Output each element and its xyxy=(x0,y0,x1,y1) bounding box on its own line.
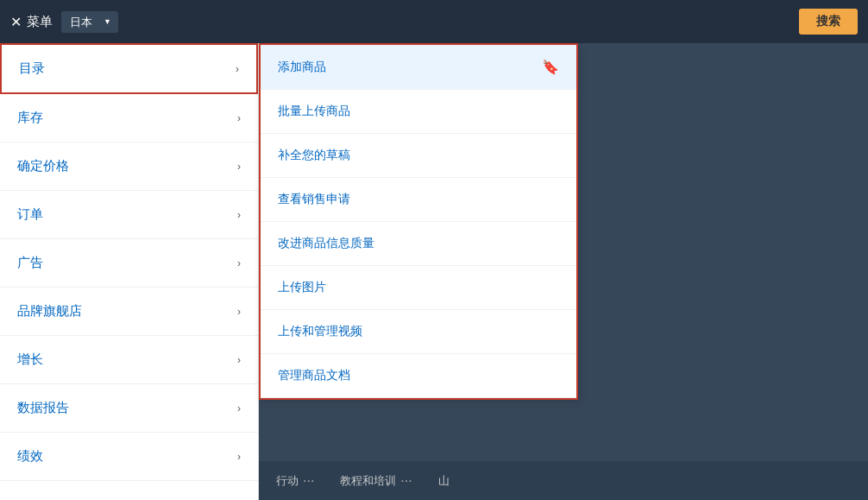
language-select[interactable]: 日本 xyxy=(61,11,118,33)
language-selector-wrapper: 日本 xyxy=(61,11,118,33)
sidebar-item-orders[interactable]: 订单 › xyxy=(0,191,258,239)
submenu-item-label-add-product: 添加商品 xyxy=(278,60,326,75)
chevron-right-icon: › xyxy=(237,306,241,318)
close-icon: ✕ xyxy=(10,14,22,30)
sidebar-item-label-brand: 品牌旗舰店 xyxy=(17,303,82,320)
submenu-item-label-manage-docs: 管理商品文档 xyxy=(278,368,350,383)
sidebar-item-pricing[interactable]: 确定价格 › xyxy=(0,142,258,191)
footer-item-more[interactable]: 山 xyxy=(438,473,450,489)
submenu-item-label-improve-quality: 改进商品信息质量 xyxy=(278,236,374,251)
footer-bar: 行动 ··· 教程和培训 ··· 山 xyxy=(259,461,868,500)
sidebar-item-performance[interactable]: 绩效 › xyxy=(0,433,258,481)
submenu-item-label-complete-draft: 补全您的草稿 xyxy=(278,148,350,163)
topbar-left: ✕ 菜单 日本 xyxy=(10,11,790,33)
menu-label: 菜单 xyxy=(27,14,53,30)
submenu-item-add-product[interactable]: 添加商品 🔖 xyxy=(261,45,576,90)
footer-item-actions[interactable]: 行动 ··· xyxy=(276,473,314,489)
footer-actions-label: 行动 xyxy=(276,473,299,489)
topbar: ✕ 菜单 日本 搜索 xyxy=(0,0,868,43)
main-area: 目录 › 库存 › 确定价格 › 订单 › 广告 › 品牌旗舰店 › 增长 › xyxy=(0,43,868,500)
submenu-item-label-upload-images: 上传图片 xyxy=(278,280,326,295)
sidebar-item-label-ads: 广告 xyxy=(17,255,43,271)
chevron-right-icon: › xyxy=(237,402,241,415)
sidebar-item-growth[interactable]: 增长 › xyxy=(0,336,258,384)
search-button[interactable]: 搜索 xyxy=(799,9,858,35)
sidebar-item-catalog[interactable]: 目录 › xyxy=(0,43,258,94)
sidebar-item-label-catalog: 目录 xyxy=(19,60,45,77)
chevron-right-icon: › xyxy=(237,112,241,124)
sidebar-item-label-performance: 绩效 xyxy=(17,448,43,465)
footer-item-tutorials[interactable]: 教程和培训 ··· xyxy=(340,473,412,489)
chevron-right-icon: › xyxy=(237,451,241,463)
chevron-right-icon: › xyxy=(237,354,241,366)
chevron-right-icon: › xyxy=(236,63,239,75)
footer-tutorials-label: 教程和培训 xyxy=(340,473,396,489)
submenu-item-label-manage-videos: 上传和管理视频 xyxy=(278,324,362,339)
sidebar-item-ads[interactable]: 广告 › xyxy=(0,239,258,288)
chevron-right-icon: › xyxy=(237,209,241,221)
submenu-item-complete-draft[interactable]: 补全您的草稿 xyxy=(261,134,576,178)
submenu-item-bulk-upload[interactable]: 批量上传商品 xyxy=(261,90,576,134)
submenu-item-manage-videos[interactable]: 上传和管理视频 xyxy=(261,310,576,354)
footer-actions-dots: ··· xyxy=(303,473,314,489)
menu-close-button[interactable]: ✕ 菜单 xyxy=(10,14,53,30)
submenu-panel: 添加商品 🔖 批量上传商品 补全您的草稿 查看销售申请 改进商品信息质量 上传图… xyxy=(259,43,578,400)
chevron-right-icon: › xyxy=(237,161,241,173)
sidebar-item-brand[interactable]: 品牌旗舰店 › xyxy=(0,288,258,336)
sidebar-item-inventory[interactable]: 库存 › xyxy=(0,94,258,142)
chevron-right-icon: › xyxy=(237,257,241,269)
sidebar-item-label-growth: 增长 xyxy=(17,351,43,368)
sidebar-item-label-reports: 数据报告 xyxy=(17,400,69,416)
sidebar-item-label-orders: 订单 xyxy=(17,206,43,223)
bookmark-icon: 🔖 xyxy=(542,59,559,75)
submenu-item-improve-quality[interactable]: 改进商品信息质量 xyxy=(261,222,576,266)
submenu-item-manage-docs[interactable]: 管理商品文档 xyxy=(261,354,576,398)
submenu-item-label-view-sales: 查看销售申请 xyxy=(278,192,350,207)
submenu-item-view-sales[interactable]: 查看销售申请 xyxy=(261,178,576,222)
submenu-item-upload-images[interactable]: 上传图片 xyxy=(261,266,576,310)
sidebar: 目录 › 库存 › 确定价格 › 订单 › 广告 › 品牌旗舰店 › 增长 › xyxy=(0,43,259,500)
sidebar-item-label-inventory: 库存 xyxy=(17,110,43,126)
footer-more-label: 山 xyxy=(438,473,450,489)
sidebar-item-label-pricing: 确定价格 xyxy=(17,158,69,174)
submenu-item-label-bulk-upload: 批量上传商品 xyxy=(278,104,350,119)
footer-tutorials-dots: ··· xyxy=(400,473,412,489)
sidebar-item-reports[interactable]: 数据报告 › xyxy=(0,384,258,433)
